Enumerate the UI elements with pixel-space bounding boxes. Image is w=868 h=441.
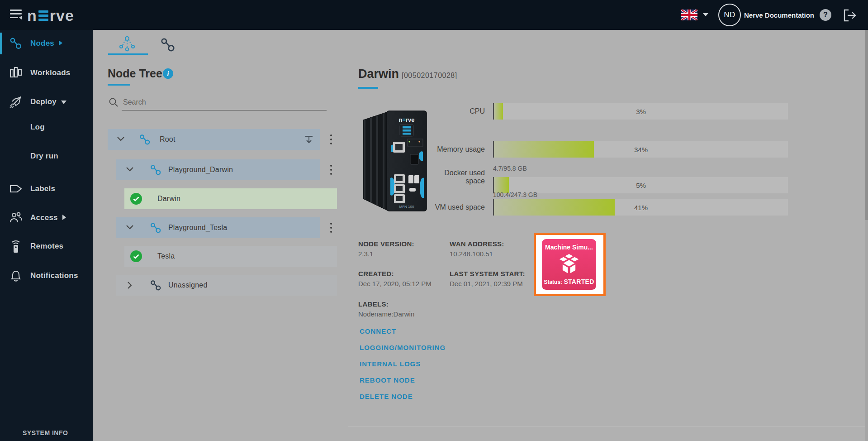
connect-link[interactable]: CONNECT bbox=[360, 327, 396, 335]
node-online-check-icon bbox=[130, 193, 142, 205]
sidebar-item-dry-run[interactable]: Dry run bbox=[0, 146, 93, 166]
tree-row-label: Tesla bbox=[157, 252, 175, 260]
sidebar-item-label: Access bbox=[30, 213, 66, 222]
field-label-wan-address: WAN ADDRESS: bbox=[450, 240, 504, 248]
sidebar: Nodes Workloads Deploy Log Dry run bbox=[0, 30, 93, 441]
nerve-logo: n rve bbox=[27, 6, 74, 24]
logout-icon[interactable] bbox=[842, 8, 857, 23]
gauge-label-docker: Docker used space bbox=[403, 169, 485, 185]
field-value-node-version: 2.3.1 bbox=[358, 250, 373, 258]
active-tab-underline bbox=[108, 53, 148, 55]
collapse-all-icon[interactable] bbox=[304, 135, 314, 144]
tree-row-label: Playground_Darwin bbox=[168, 166, 233, 174]
chevron-right-icon bbox=[62, 215, 66, 220]
help-button[interactable]: ? bbox=[820, 9, 831, 21]
logging-monitoring-link[interactable]: LOGGING/MONITORING bbox=[360, 344, 446, 351]
tree-row-playground-tesla[interactable]: Playground_Tesla bbox=[116, 217, 320, 238]
sidebar-item-notifications[interactable]: Notifications bbox=[0, 266, 93, 286]
tree-row-tesla[interactable]: Tesla bbox=[124, 246, 337, 267]
field-label-last-system-start: LAST SYSTEM START: bbox=[450, 270, 525, 278]
memory-gauge-value: 34% bbox=[494, 141, 788, 158]
node-serial: [005020170028] bbox=[402, 72, 457, 80]
field-value-last-system-start: Dec 01, 2021, 02:39 PM bbox=[450, 280, 523, 288]
svg-text:n≡rve: n≡rve bbox=[398, 116, 414, 123]
sidebar-item-label: Log bbox=[30, 123, 45, 132]
language-dropdown-caret-icon[interactable] bbox=[703, 13, 708, 16]
bell-icon bbox=[9, 269, 23, 283]
tree-folder-icon bbox=[149, 222, 161, 234]
tree-row-darwin[interactable]: Darwin bbox=[124, 188, 337, 209]
tree-row-label: Darwin bbox=[157, 195, 180, 203]
logo-ebars-icon bbox=[38, 10, 48, 22]
reboot-node-link[interactable]: REBOOT NODE bbox=[360, 376, 415, 384]
chevron-down-icon bbox=[61, 101, 66, 104]
workload-cube-icon bbox=[557, 254, 581, 275]
sidebar-item-label: Workloads bbox=[30, 68, 70, 77]
sidebar-item-access[interactable]: Access bbox=[0, 208, 93, 228]
chevron-right-icon bbox=[59, 40, 62, 46]
search-input[interactable] bbox=[122, 95, 327, 110]
sidebar-item-label: Notifications bbox=[30, 271, 78, 280]
nodes-icon bbox=[9, 37, 23, 50]
vm-gauge: 41% bbox=[493, 199, 788, 216]
chevron-down-icon[interactable] bbox=[126, 225, 134, 230]
workloads-icon bbox=[9, 66, 23, 80]
sidebar-item-nodes[interactable]: Nodes bbox=[0, 34, 93, 53]
workload-highlight-frame: Machine Simu... Status: STARTED bbox=[534, 233, 606, 296]
field-value-wan-address: 10.248.100.51 bbox=[450, 250, 493, 258]
menu-toggle-icon[interactable] bbox=[9, 8, 24, 22]
sidebar-item-labels[interactable]: Labels bbox=[0, 179, 93, 199]
help-glyph: ? bbox=[823, 11, 828, 19]
info-icon[interactable]: i bbox=[163, 68, 173, 79]
tab-node-list[interactable] bbox=[159, 36, 176, 53]
language-flag-icon[interactable] bbox=[681, 10, 697, 20]
access-users-icon bbox=[9, 211, 23, 225]
cpu-gauge-value: 3% bbox=[494, 103, 788, 120]
chevron-right-icon[interactable] bbox=[127, 281, 133, 289]
deploy-rocket-icon bbox=[9, 95, 23, 109]
tree-row-root[interactable]: Root bbox=[108, 129, 320, 150]
field-label-node-version: NODE VERSION: bbox=[358, 240, 414, 248]
chevron-down-icon[interactable] bbox=[117, 136, 125, 142]
sidebar-item-label: Remotes bbox=[30, 242, 63, 251]
node-tree-title: Node Tree bbox=[108, 67, 162, 80]
cpu-gauge: 3% bbox=[493, 103, 788, 120]
vm-gauge-value: 41% bbox=[494, 199, 788, 216]
search-field bbox=[109, 95, 327, 111]
internal-logs-link[interactable]: INTERNAL LOGS bbox=[360, 360, 421, 368]
gauge-label-memory: Memory usage bbox=[403, 145, 485, 153]
tree-row-unassigned[interactable]: Unassigned bbox=[116, 275, 337, 296]
field-value-labels: Nodename:Darwin bbox=[358, 310, 414, 318]
search-underline bbox=[122, 110, 327, 110]
details-panel-divider bbox=[348, 426, 865, 427]
system-info-link[interactable]: SYSTEM INFO bbox=[23, 429, 68, 436]
logo-text-right: rve bbox=[50, 7, 74, 24]
gauge-label-vm: VM used space bbox=[403, 203, 485, 211]
sidebar-item-remotes[interactable]: Remotes bbox=[0, 236, 93, 256]
row-menu-kebab-icon[interactable] bbox=[327, 134, 335, 145]
workload-tile-machine-simulation[interactable]: Machine Simu... Status: STARTED bbox=[542, 239, 596, 290]
row-menu-kebab-icon[interactable] bbox=[327, 164, 335, 176]
sidebar-item-workloads[interactable]: Workloads bbox=[0, 63, 93, 83]
chevron-down-icon[interactable] bbox=[126, 167, 134, 172]
tree-row-playground-darwin[interactable]: Playground_Darwin bbox=[116, 159, 320, 180]
title-underline bbox=[358, 87, 378, 89]
delete-node-link[interactable]: DELETE NODE bbox=[360, 393, 413, 400]
sidebar-item-deploy[interactable]: Deploy bbox=[0, 92, 93, 112]
memory-gauge: 34% bbox=[493, 141, 788, 158]
sidebar-item-label: Labels bbox=[30, 184, 55, 193]
user-avatar[interactable]: ND bbox=[718, 4, 741, 26]
tab-node-tree[interactable] bbox=[119, 35, 137, 53]
scrollbar-thumb[interactable] bbox=[865, 30, 868, 220]
workload-name: Machine Simu... bbox=[545, 244, 593, 251]
sidebar-item-label: Nodes bbox=[30, 39, 62, 48]
sidebar-item-label: Deploy bbox=[30, 97, 66, 106]
vertical-scrollbar[interactable] bbox=[865, 30, 868, 441]
docker-gauge-value: 5% bbox=[494, 177, 788, 193]
tree-row-label: Playground_Tesla bbox=[168, 224, 227, 232]
gauge-label-cpu: CPU bbox=[403, 107, 485, 115]
tree-folder-icon bbox=[138, 134, 151, 146]
tree-row-label: Unassigned bbox=[168, 281, 208, 289]
row-menu-kebab-icon[interactable] bbox=[327, 222, 335, 234]
sidebar-item-log[interactable]: Log bbox=[0, 117, 93, 137]
